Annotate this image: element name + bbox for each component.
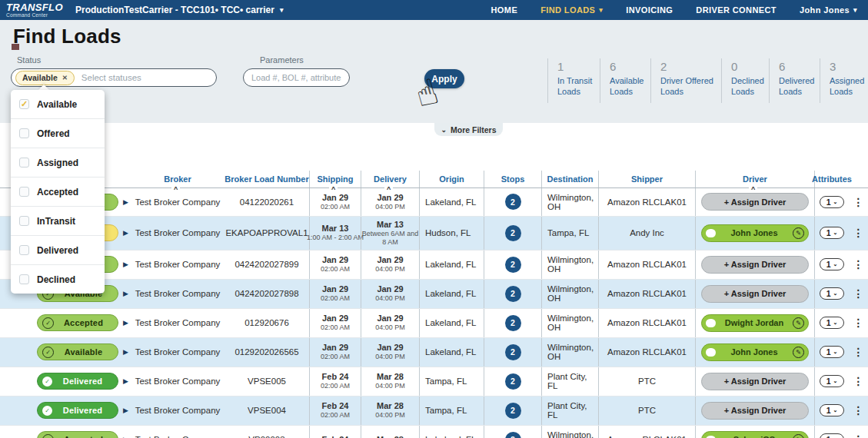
assigned-driver-chip[interactable]: Salem iOS✎ xyxy=(701,431,809,438)
attributes-dropdown[interactable]: 1⌄ xyxy=(820,258,845,270)
shipping-cell: Mar 131:00 AM - 2:00 AM xyxy=(309,217,361,250)
status-option-declined[interactable]: Declined xyxy=(11,265,105,294)
broker-name: Test Broker Company xyxy=(131,217,224,250)
attributes-dropdown[interactable]: 1⌄ xyxy=(820,227,845,239)
attributes-dropdown[interactable]: 1⌄ xyxy=(820,404,845,416)
kebab-menu-icon[interactable]: ⋮ xyxy=(853,227,864,239)
chat-bubble-icon[interactable] xyxy=(706,348,716,357)
assign-driver-button[interactable]: + Assign Driver xyxy=(701,256,809,274)
th-origin[interactable]: Origin xyxy=(419,171,484,187)
checkbox[interactable] xyxy=(19,274,29,284)
apply-button[interactable]: Apply xyxy=(424,69,464,88)
status-option-offered[interactable]: Offered xyxy=(11,119,105,148)
checkbox[interactable] xyxy=(19,128,29,138)
assigned-driver-chip[interactable]: John Jones✎ xyxy=(701,224,809,242)
kebab-menu-icon[interactable]: ⋮ xyxy=(853,287,864,300)
assign-driver-button[interactable]: + Assign Driver xyxy=(701,193,809,211)
th-destination[interactable]: Destination xyxy=(541,171,598,187)
checkbox-checked[interactable]: ✓ xyxy=(19,99,29,109)
sort-caret-driver[interactable]: ^ xyxy=(749,185,757,193)
nav-item-home[interactable]: HOME xyxy=(491,5,518,15)
expand-row-icon[interactable]: ▶ xyxy=(123,319,128,327)
chat-bubble-icon[interactable] xyxy=(706,319,716,327)
attributes-dropdown[interactable]: 1⌄ xyxy=(820,317,845,329)
close-icon[interactable]: ✕ xyxy=(62,74,68,81)
assigned-driver-chip[interactable]: John Jones✎ xyxy=(701,343,809,361)
attributes-dropdown[interactable]: 1⌄ xyxy=(820,433,845,438)
attributes-dropdown[interactable]: 1⌄ xyxy=(820,375,845,387)
expand-row-icon[interactable]: ▶ xyxy=(123,377,128,385)
kebab-menu-icon[interactable]: ⋮ xyxy=(853,346,864,358)
attributes-cell: 1⌄ xyxy=(814,251,849,279)
attributes-dropdown[interactable]: 1⌄ xyxy=(820,346,845,358)
expand-row-icon[interactable]: ▶ xyxy=(123,198,128,206)
shipping-time: 02:00 AM xyxy=(321,294,350,303)
user-menu[interactable]: John Jones ▾ xyxy=(800,5,857,15)
chat-bubble-icon[interactable] xyxy=(706,229,716,237)
checkbox[interactable] xyxy=(19,158,29,168)
expand-row-icon[interactable]: ▶ xyxy=(123,229,128,237)
edit-driver-icon[interactable]: ✎ xyxy=(793,434,804,438)
assign-driver-button[interactable]: + Assign Driver xyxy=(701,402,809,420)
attributes-cell: 1⌄ xyxy=(814,309,849,337)
sort-caret-broker[interactable]: ^ xyxy=(171,185,180,193)
stops-cell: 2 xyxy=(484,397,541,425)
status-option-available[interactable]: ✓Available xyxy=(11,90,105,119)
delivery-date: Jan 29 xyxy=(377,343,403,352)
edit-driver-icon[interactable]: ✎ xyxy=(793,227,804,239)
attributes-dropdown[interactable]: 1⌄ xyxy=(820,196,845,208)
attributes-dropdown[interactable]: 1⌄ xyxy=(820,287,845,300)
nav-item-driver-connect[interactable]: DRIVER CONNECT xyxy=(696,5,777,15)
th-shipper[interactable]: Shipper xyxy=(598,171,695,187)
status-option-accepted[interactable]: Accepted xyxy=(11,178,105,207)
expand-row-icon[interactable]: ▶ xyxy=(123,406,128,414)
delivery-time: Between 6AM and 8 AM xyxy=(361,230,419,247)
th-broker-load-number[interactable]: Broker Load Number xyxy=(224,171,309,187)
status-option-intransit[interactable]: InTransit xyxy=(11,207,105,236)
parameters-input[interactable] xyxy=(243,68,350,87)
check-circle-icon: ✓ xyxy=(42,377,52,387)
kebab-menu-icon[interactable]: ⋮ xyxy=(853,433,864,438)
chat-bubble-icon[interactable] xyxy=(706,436,716,438)
sort-caret-delivery[interactable]: ^ xyxy=(384,185,393,193)
checkbox[interactable] xyxy=(19,245,29,255)
assign-driver-button[interactable]: + Assign Driver xyxy=(701,285,809,303)
expand-row-icon[interactable]: ▶ xyxy=(123,260,128,268)
status-option-assigned[interactable]: Assigned xyxy=(11,148,105,178)
expand-row-icon[interactable]: ▶ xyxy=(123,290,128,297)
transflo-logo[interactable]: TRANSFLO Command Center xyxy=(6,2,63,18)
sort-caret-shipping[interactable]: ^ xyxy=(329,185,338,193)
delivery-date: Mar 13 xyxy=(377,220,404,229)
delivery-cell: Jan 2904:00 PM xyxy=(361,251,419,279)
stops-count-badge: 2 xyxy=(505,286,521,302)
expand-row-icon[interactable]: ▶ xyxy=(123,348,128,356)
nav-item-invoicing[interactable]: INVOICING xyxy=(626,5,673,15)
chevron-down-icon: ⌄ xyxy=(833,199,837,205)
kebab-menu-icon[interactable]: ⋮ xyxy=(853,258,864,270)
status-multiselect-input[interactable]: Available ✕ Select statuses xyxy=(11,68,217,87)
assigned-driver-chip[interactable]: Dwight Jordan✎ xyxy=(701,314,809,332)
load-status-cell: ✓Accepted▶ xyxy=(0,309,131,337)
kebab-menu-icon[interactable]: ⋮ xyxy=(853,375,864,387)
th-attributes[interactable]: Attributes xyxy=(814,171,849,187)
th-stops[interactable]: Stops xyxy=(484,171,541,187)
nav-item-find-loads[interactable]: FIND LOADS ▾ xyxy=(540,5,603,15)
shipping-time: 02:00 AM xyxy=(321,265,350,274)
attributes-cell: 1⌄ xyxy=(814,367,849,396)
company-selector[interactable]: ProductionTestCarrier - TCC101• TCC• car… xyxy=(75,5,283,15)
stat-value: 1 xyxy=(557,60,597,73)
checkbox[interactable] xyxy=(19,216,29,226)
kebab-menu-icon[interactable]: ⋮ xyxy=(853,196,864,208)
checkbox[interactable] xyxy=(19,187,29,197)
status-option-delivered[interactable]: Delivered xyxy=(11,236,105,265)
row-menu-cell: ⋮ xyxy=(849,217,868,250)
status-chip-available[interactable]: Available ✕ xyxy=(15,71,75,85)
kebab-menu-icon[interactable]: ⋮ xyxy=(853,317,864,329)
driver-cell: + Assign Driver xyxy=(695,367,814,396)
more-filters-toggle[interactable]: ⌄ More Filters xyxy=(434,123,503,136)
status-badge-accepted: ✓Accepted xyxy=(37,314,118,331)
assign-driver-button[interactable]: + Assign Driver xyxy=(701,373,809,390)
kebab-menu-icon[interactable]: ⋮ xyxy=(853,404,864,416)
edit-driver-icon[interactable]: ✎ xyxy=(793,347,804,358)
edit-driver-icon[interactable]: ✎ xyxy=(793,317,804,329)
